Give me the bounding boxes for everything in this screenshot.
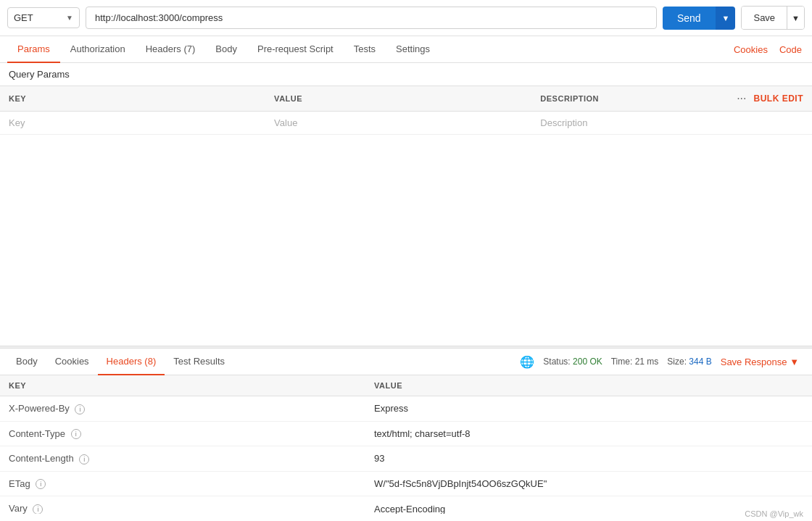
resp-header-value: Express	[365, 396, 812, 422]
tab-authorization[interactable]: Authorization	[60, 36, 136, 63]
resp-header-row: X-Powered-By i Express	[0, 396, 812, 422]
method-dropdown-arrow: ▼	[66, 14, 73, 22]
save-button-group: Save ▼	[741, 6, 805, 30]
resp-tab-headers[interactable]: Headers (8)	[98, 349, 165, 375]
resp-header-key: Content-Type i	[0, 421, 365, 446]
size-value: 344 B	[689, 357, 711, 367]
response-section: Body Cookies Headers (8) Test Results 🌐 …	[0, 349, 812, 514]
params-col-actions: ··· Bulk Edit	[725, 86, 812, 112]
send-button[interactable]: Send	[663, 7, 716, 30]
params-col-value: VALUE	[265, 86, 531, 112]
cookies-link[interactable]: Cookies	[731, 37, 771, 62]
params-placeholder-row: Key Value Description	[0, 112, 812, 135]
params-col-desc: DESCRIPTION	[531, 86, 725, 112]
params-table: KEY VALUE DESCRIPTION ··· Bulk Edit Key …	[0, 86, 812, 135]
resp-col-key: KEY	[0, 375, 365, 396]
tab-tests[interactable]: Tests	[344, 36, 386, 63]
status-value: 200 OK	[573, 357, 602, 367]
time-meta: Time: 21 ms	[611, 357, 659, 367]
response-meta: 🌐 Status: 200 OK Time: 21 ms Size: 344 B…	[514, 355, 805, 369]
resp-header-value: text/html; charset=utf-8	[365, 421, 812, 446]
params-value-placeholder[interactable]: Value	[265, 112, 531, 135]
upper-panel: Query Params KEY VALUE DESCRIPTION ··· B…	[0, 63, 812, 346]
send-dropdown-button[interactable]: ▼	[716, 7, 736, 30]
send-button-group: Send ▼	[663, 7, 736, 30]
info-icon[interactable]: i	[71, 429, 81, 439]
time-value: 21 ms	[635, 357, 659, 367]
response-tabs: Body Cookies Headers (8) Test Results 🌐 …	[0, 349, 812, 375]
resp-header-value: 93	[365, 446, 812, 472]
bulk-edit-options-btn[interactable]: ···	[734, 92, 749, 105]
resp-tab-test-results[interactable]: Test Results	[165, 349, 233, 375]
method-label: GET	[14, 12, 33, 23]
info-icon[interactable]: i	[33, 504, 43, 514]
status-label: Status: 200 OK	[543, 357, 602, 367]
globe-icon: 🌐	[520, 355, 534, 369]
url-input[interactable]	[86, 7, 657, 29]
info-icon[interactable]: i	[79, 454, 89, 464]
tab-params[interactable]: Params	[7, 36, 60, 63]
footer-credit: CSDN @Vip_wk	[745, 509, 803, 514]
query-params-header: Query Params	[0, 63, 812, 86]
resp-header-row: ETag i W/"5d-fSc5n8VjDBpInjt54OO6szGQkUE…	[0, 471, 812, 496]
tab-settings[interactable]: Settings	[386, 36, 440, 63]
save-button[interactable]: Save	[742, 7, 787, 29]
resp-header-key: Vary i	[0, 496, 365, 514]
resp-header-row: Content-Type i text/html; charset=utf-8	[0, 421, 812, 446]
resp-tab-cookies[interactable]: Cookies	[46, 349, 98, 375]
resp-col-value: VALUE	[365, 375, 812, 396]
info-icon[interactable]: i	[36, 479, 46, 489]
params-row-actions	[725, 112, 812, 135]
save-response-button[interactable]: Save Response ▼	[721, 357, 799, 367]
request-tabs-right: Cookies Code	[731, 37, 805, 62]
resp-tab-body[interactable]: Body	[7, 349, 46, 375]
resp-header-key: Content-Length i	[0, 446, 365, 472]
method-select[interactable]: GET ▼	[7, 7, 80, 28]
tab-body[interactable]: Body	[205, 36, 247, 63]
save-dropdown-button[interactable]: ▼	[787, 7, 804, 29]
toolbar: GET ▼ Send ▼ Save ▼	[0, 0, 812, 36]
size-meta: Size: 344 B	[667, 357, 711, 367]
info-icon[interactable]: i	[75, 404, 85, 414]
resp-header-row: Vary i Accept-Encoding	[0, 496, 812, 514]
resp-header-key: X-Powered-By i	[0, 396, 365, 422]
code-link[interactable]: Code	[776, 37, 805, 62]
tab-headers[interactable]: Headers (7)	[136, 36, 206, 63]
params-col-key: KEY	[0, 86, 265, 112]
params-desc-placeholder[interactable]: Description	[531, 112, 725, 135]
response-headers-table: KEY VALUE X-Powered-By i Express Content…	[0, 375, 812, 514]
resp-header-value: W/"5d-fSc5n8VjDBpInjt54OO6szGQkUE"	[365, 471, 812, 496]
resp-header-key: ETag i	[0, 471, 365, 496]
params-key-placeholder[interactable]: Key	[0, 112, 265, 135]
bulk-edit-link[interactable]: Bulk Edit	[754, 93, 804, 104]
tab-prerequest[interactable]: Pre-request Script	[247, 36, 344, 63]
resp-header-row: Content-Length i 93	[0, 446, 812, 472]
request-tabs: Params Authorization Headers (7) Body Pr…	[0, 36, 812, 63]
